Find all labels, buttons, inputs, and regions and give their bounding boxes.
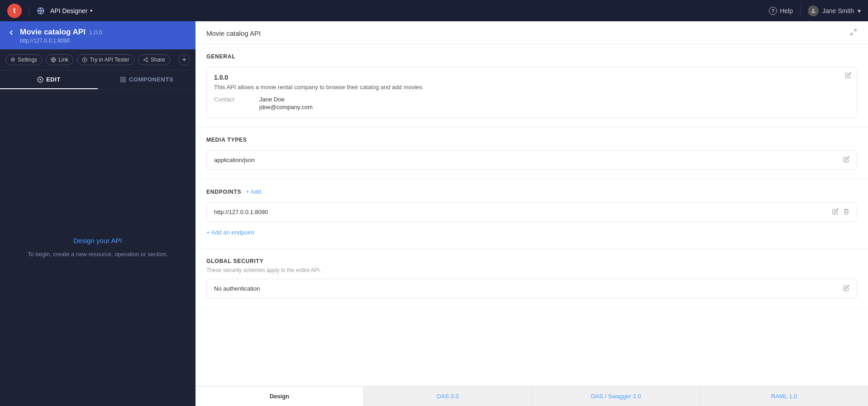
global-security-section: GLOBAL SECURITY These security schemes a… [196, 249, 868, 308]
share-icon [143, 57, 148, 62]
content-header: Movie catalog API [196, 21, 868, 44]
app-title-caret: ▾ [90, 8, 92, 13]
endpoints-section-header: ENDPOINTS + Add [206, 188, 857, 195]
general-edit-button[interactable] [845, 72, 851, 80]
help-label: Help [780, 7, 793, 14]
media-type-card: application/json [206, 150, 857, 170]
settings-label: Settings [18, 57, 37, 63]
endpoint-actions [832, 208, 849, 216]
design-api-link[interactable]: Design your API [73, 237, 122, 244]
svg-point-6 [812, 9, 815, 11]
content-body: GENERAL 1.0.0 This API allows a movie re… [196, 44, 868, 386]
contact-label: Contact [214, 96, 250, 111]
top-nav-right: ? Help Jane Smith ▾ [769, 5, 861, 16]
svg-point-11 [146, 57, 148, 59]
sidebar-tabs: EDIT COMPONENTS [0, 71, 196, 90]
sidebar-design-prompt: Design your API To begin, create a new r… [0, 90, 196, 406]
user-avatar [808, 5, 819, 16]
share-button[interactable]: Share [138, 54, 170, 65]
svg-rect-19 [121, 77, 123, 79]
tab-components-label: COMPONENTS [129, 76, 173, 83]
tab-edit-label: EDIT [46, 76, 61, 83]
api-designer-icon [37, 7, 45, 15]
components-tab-icon [120, 76, 126, 83]
svg-marker-10 [84, 59, 86, 61]
top-nav: t API Designer ▾ ? Help Jane Smith ▾ [0, 0, 868, 21]
svg-point-9 [82, 57, 87, 62]
api-version-text: 1.0.0 [214, 74, 849, 81]
tab-swagger[interactable]: OAS / Swagger 2.0 [532, 387, 701, 406]
try-in-api-tester-button[interactable]: Try in API Tester [77, 54, 134, 65]
api-info: Movie catalog API 1.0.0 http://127.0.0.1… [20, 28, 188, 44]
general-card: 1.0.0 This API allows a movie rental com… [206, 67, 857, 118]
back-button[interactable] [7, 28, 15, 39]
tab-design[interactable]: Design [196, 387, 364, 406]
contact-info: Jane Doe jdoe@company.com [259, 96, 313, 111]
media-types-section: MEDIA TYPES application/json [196, 128, 868, 179]
link-label: Link [58, 57, 68, 63]
tab-oas3-label: OAS 3.0 [437, 393, 459, 400]
nav-vert-divider [800, 6, 801, 15]
general-section: GENERAL 1.0.0 This API allows a movie re… [196, 44, 868, 128]
endpoints-section-title: ENDPOINTS [206, 189, 241, 195]
main-content-area: Movie catalog API GENERAL 1.0.0 This API… [196, 21, 868, 406]
main-layout: Movie catalog API 1.0.0 http://127.0.0.1… [0, 21, 868, 406]
expand-button[interactable] [850, 29, 857, 38]
general-contact: Contact Jane Doe jdoe@company.com [214, 96, 849, 111]
share-label: Share [151, 57, 165, 63]
media-type-edit-button[interactable] [843, 156, 849, 164]
add-endpoint-link[interactable]: + Add an endpoint [206, 225, 857, 239]
tab-edit[interactable]: EDIT [0, 71, 98, 89]
svg-line-23 [854, 29, 856, 32]
sidebar-toolbar: ⚙ Settings Link Try in API Tester [0, 49, 196, 71]
link-button[interactable]: Link [46, 54, 73, 65]
user-name-label: Jane Smith [822, 7, 854, 14]
auth-edit-button[interactable] [843, 285, 849, 292]
endpoint-edit-button[interactable] [832, 208, 839, 216]
bottom-tabs: Design OAS 3.0 OAS / Swagger 2.0 RAML 1.… [196, 386, 868, 406]
media-types-section-title: MEDIA TYPES [206, 137, 857, 143]
auth-value: No authentication [214, 285, 260, 292]
sidebar-header: Movie catalog API 1.0.0 http://127.0.0.1… [0, 21, 196, 49]
svg-rect-20 [124, 77, 125, 79]
add-button[interactable]: + [178, 54, 190, 66]
app-logo: t [7, 4, 22, 18]
design-api-hint: To begin, create a new resource, operati… [28, 250, 168, 259]
svg-point-12 [143, 59, 145, 61]
tab-raml[interactable]: RAML 1.0 [700, 387, 868, 406]
help-icon: ? [769, 7, 777, 15]
help-button[interactable]: ? Help [769, 7, 793, 15]
svg-line-24 [851, 33, 853, 35]
api-description: This API allows a movie rental company t… [214, 84, 849, 91]
endpoints-add-link[interactable]: + Add [246, 188, 261, 195]
tab-design-label: Design [270, 393, 289, 400]
tab-components[interactable]: COMPONENTS [98, 71, 196, 89]
edit-tab-icon [37, 76, 43, 83]
endpoint-delete-button[interactable] [843, 208, 849, 216]
nav-divider [29, 6, 29, 15]
api-title: Movie catalog API 1.0.0 [20, 28, 188, 37]
content-title: Movie catalog API [206, 29, 261, 37]
settings-icon: ⚙ [10, 57, 15, 63]
tab-swagger-label: OAS / Swagger 2.0 [591, 393, 641, 400]
media-type-value: application/json [214, 157, 255, 163]
api-url: http://127.0.0.1:8090 [20, 38, 188, 44]
try-icon [82, 57, 87, 62]
svg-line-14 [145, 60, 146, 61]
global-security-title: GLOBAL SECURITY [206, 258, 857, 264]
tab-raml-label: RAML 1.0 [771, 393, 797, 400]
api-version-badge: 1.0.0 [89, 29, 102, 36]
app-title-button[interactable]: API Designer ▾ [50, 7, 92, 14]
contact-email: jdoe@company.com [259, 104, 313, 110]
link-icon [51, 57, 56, 62]
svg-line-15 [145, 58, 146, 59]
user-menu-button[interactable]: Jane Smith ▾ [808, 5, 861, 16]
sidebar: Movie catalog API 1.0.0 http://127.0.0.1… [0, 21, 196, 406]
global-security-desc: These security schemes apply to the enti… [206, 267, 857, 273]
auth-card: No authentication [206, 279, 857, 298]
settings-button[interactable]: ⚙ Settings [5, 54, 42, 65]
tab-oas3[interactable]: OAS 3.0 [364, 387, 532, 406]
endpoints-section: ENDPOINTS + Add http://127.0.0.1:8090 [196, 179, 868, 249]
endpoint-url: http://127.0.0.1:8090 [214, 209, 268, 215]
contact-name: Jane Doe [259, 96, 313, 103]
